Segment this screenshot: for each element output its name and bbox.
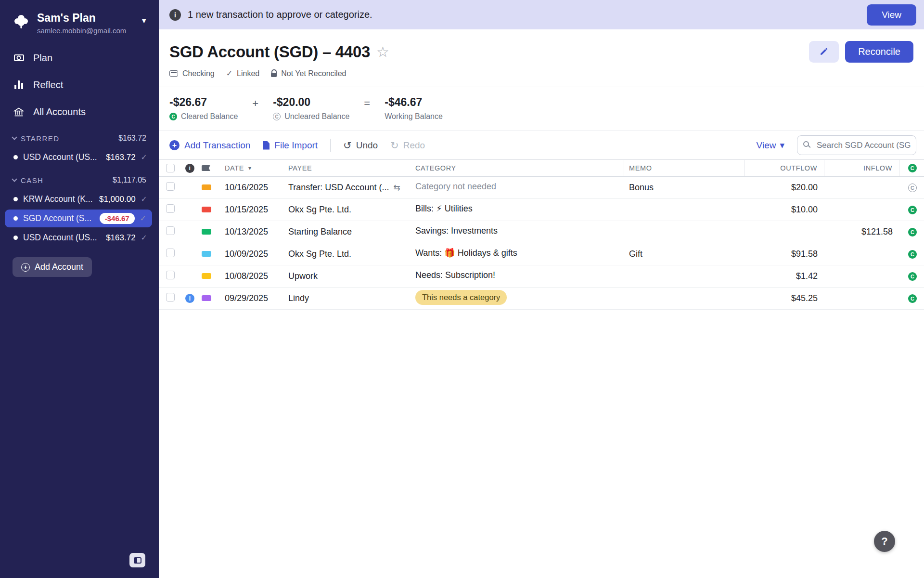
flag-icon[interactable] xyxy=(202,295,211,301)
transaction-row[interactable]: i 10/15/2025 Okx Sg Pte. Ltd. ⇆ Bills: ⚡… xyxy=(159,199,924,221)
transaction-payee: Lindy xyxy=(288,293,309,303)
cleared-icon[interactable]: C xyxy=(908,184,917,192)
help-button[interactable]: ? xyxy=(874,531,895,552)
collapse-sidebar-icon xyxy=(134,557,141,564)
column-header-payee[interactable]: PAYEE xyxy=(288,160,411,176)
flag-icon[interactable] xyxy=(202,251,211,257)
sidebar-account-item[interactable]: USD Account (US... $163.72 ✓ xyxy=(0,228,159,248)
nav-label: All Accounts xyxy=(33,106,86,118)
main-area: i 1 new transaction to approve or catego… xyxy=(159,0,924,578)
transaction-category[interactable]: This needs a category xyxy=(415,290,507,305)
cleared-icon[interactable]: C xyxy=(908,272,917,281)
info-column-icon[interactable]: i xyxy=(185,164,194,173)
banner-view-button[interactable]: View xyxy=(867,4,916,26)
transaction-outflow: $20.00 xyxy=(744,183,824,193)
plan-switcher[interactable]: Sam's Plan samlee.mobbin@gmail.com ▼ xyxy=(0,0,159,44)
row-checkbox[interactable] xyxy=(166,182,175,191)
add-account-label: Add Account xyxy=(35,262,83,272)
search-input[interactable] xyxy=(797,135,916,155)
transaction-payee: Starting Balance xyxy=(288,227,352,237)
transaction-payee: Transfer: USD Account (... xyxy=(288,183,389,193)
account-dot-icon xyxy=(13,197,18,201)
group-accounts-cash: KRW Account (K... $1,000.00 ✓ SGD Accoun… xyxy=(0,189,159,248)
transaction-date: 10/15/2025 xyxy=(225,205,288,215)
column-header-outflow[interactable]: OUTFLOW xyxy=(744,160,824,176)
group-total: $1,117.05 xyxy=(113,176,146,184)
column-header-inflow[interactable]: INFLOW xyxy=(824,160,899,176)
group-name: STARRED xyxy=(21,134,59,143)
column-header-date[interactable]: DATE ▾ xyxy=(225,160,288,176)
add-account-button[interactable]: + Add Account xyxy=(13,257,92,277)
collapse-sidebar-button[interactable] xyxy=(129,553,145,567)
approve-info-icon[interactable]: i xyxy=(185,294,194,303)
transaction-category[interactable]: Category not needed xyxy=(415,182,496,192)
group-accounts-starred: USD Account (US... $163.72 ✓ xyxy=(0,147,159,167)
sidebar-item-reflect[interactable]: Reflect xyxy=(0,71,159,98)
account-name: USD Account (US... xyxy=(23,233,101,243)
transaction-category[interactable]: Wants: 🎁 Holidays & gifts xyxy=(415,248,517,258)
transaction-category[interactable]: Savings: Investments xyxy=(415,226,498,236)
plus-icon: + xyxy=(21,263,30,272)
cleared-icon[interactable]: C xyxy=(908,250,917,259)
redo-icon: ↻ xyxy=(390,140,399,150)
flag-icon[interactable] xyxy=(202,207,211,212)
view-dropdown[interactable]: View ▾ xyxy=(757,140,784,151)
redo-button[interactable]: ↻ Redo xyxy=(390,140,425,151)
chevron-down-icon: ▼ xyxy=(141,17,147,25)
add-transaction-button[interactable]: + Add Transaction xyxy=(169,140,250,151)
plus-icon: + xyxy=(169,140,180,150)
transaction-memo: Bonus xyxy=(624,183,744,193)
transaction-row[interactable]: i 09/29/2025 Lindy ⇆ This needs a catego… xyxy=(159,288,924,310)
transaction-category[interactable]: Bills: ⚡ Utilities xyxy=(415,203,473,214)
transaction-category[interactable]: Needs: Subscription! xyxy=(415,270,495,280)
search-box xyxy=(797,135,916,155)
file-import-button[interactable]: File Import xyxy=(263,140,318,151)
transaction-row[interactable]: i 10/09/2025 Okx Sg Pte. Ltd. ⇆ Wants: 🎁… xyxy=(159,243,924,265)
sidebar-account-item[interactable]: SGD Account (S... -$46.67 ✓ xyxy=(5,210,152,227)
sidebar-account-item[interactable]: USD Account (US... $163.72 ✓ xyxy=(0,147,159,167)
cleared-icon[interactable]: C xyxy=(908,228,917,236)
page-title: SGD Account (SGD) – 4403 xyxy=(169,43,370,61)
account-type-badge: Checking xyxy=(169,69,215,78)
select-all-checkbox[interactable] xyxy=(166,164,175,172)
cleared-icon[interactable]: C xyxy=(908,294,917,303)
account-balance: $163.72 xyxy=(106,233,135,243)
cleared-icon[interactable]: C xyxy=(908,206,917,214)
star-icon[interactable]: ☆ xyxy=(376,43,389,60)
group-header-starred[interactable]: STARRED $163.72 xyxy=(0,125,159,147)
row-checkbox[interactable] xyxy=(166,249,175,257)
transaction-row[interactable]: i 10/13/2025 Starting Balance ⇆ Savings:… xyxy=(159,221,924,243)
account-name: SGD Account (S... xyxy=(23,213,94,223)
group-header-cash[interactable]: CASH $1,117.05 xyxy=(0,167,159,189)
transfer-icon: ⇆ xyxy=(393,183,400,193)
transaction-outflow: $10.00 xyxy=(744,205,824,215)
column-header-memo[interactable]: MEMO xyxy=(624,160,744,176)
cleared-column-icon[interactable]: C xyxy=(908,164,917,172)
account-balance: -$46.67 xyxy=(100,213,135,224)
undo-button[interactable]: ↺ Undo xyxy=(343,140,378,151)
transaction-date: 10/09/2025 xyxy=(225,249,288,259)
transaction-row[interactable]: i 10/08/2025 Upwork ⇆ Needs: Subscriptio… xyxy=(159,265,924,288)
flag-column-icon[interactable] xyxy=(202,165,210,171)
notification-banner: i 1 new transaction to approve or catego… xyxy=(159,0,924,29)
sidebar-account-item[interactable]: KRW Account (K... $1,000.00 ✓ xyxy=(0,189,159,209)
row-checkbox[interactable] xyxy=(166,293,175,302)
flag-icon[interactable] xyxy=(202,184,211,190)
sort-caret-icon[interactable]: ▾ xyxy=(248,165,252,171)
transactions-toolbar: + Add Transaction File Import ↺ Undo ↻ R… xyxy=(159,131,924,159)
row-checkbox[interactable] xyxy=(166,271,175,279)
column-header-category[interactable]: CATEGORY xyxy=(411,160,624,176)
sidebar-item-all-accounts[interactable]: All Accounts xyxy=(0,98,159,125)
chevron-down-icon xyxy=(12,134,17,140)
account-balance: $163.72 xyxy=(106,153,135,162)
flag-icon[interactable] xyxy=(202,273,211,279)
edit-account-button[interactable] xyxy=(809,41,839,63)
flag-icon[interactable] xyxy=(202,229,211,235)
cleared-balance-amount: -$26.67 xyxy=(169,96,238,109)
chevron-down-icon xyxy=(12,176,17,182)
sidebar-item-plan[interactable]: Plan xyxy=(0,44,159,71)
transaction-row[interactable]: i 10/16/2025 Transfer: USD Account (... … xyxy=(159,177,924,199)
row-checkbox[interactable] xyxy=(166,226,175,235)
reconcile-button[interactable]: Reconcile xyxy=(845,41,913,63)
row-checkbox[interactable] xyxy=(166,204,175,213)
